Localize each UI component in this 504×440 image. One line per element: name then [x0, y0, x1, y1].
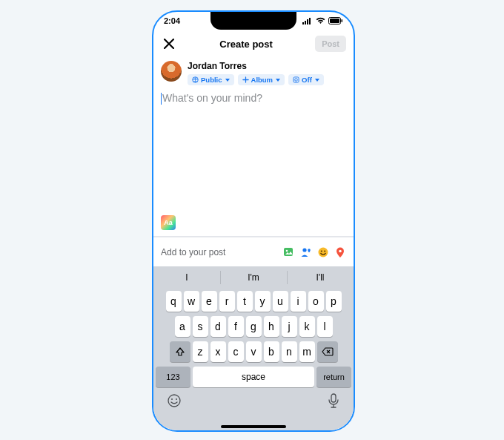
- svg-point-17: [339, 250, 342, 253]
- page-title: Create post: [219, 39, 273, 50]
- key-j[interactable]: j: [282, 316, 297, 337]
- suggestion[interactable]: I'll: [287, 266, 354, 289]
- signal-icon: [302, 17, 313, 24]
- key-row-2: a s d f g h j k l: [153, 314, 354, 339]
- key-z[interactable]: z: [193, 341, 208, 362]
- key-m[interactable]: m: [299, 341, 315, 362]
- navbar: Create post Post: [153, 30, 354, 58]
- key-p[interactable]: p: [326, 291, 342, 312]
- instagram-label: Off: [302, 76, 312, 84]
- background-picker[interactable]: Aa: [161, 215, 176, 230]
- chevron-down-icon: [276, 79, 280, 82]
- key-row-4: 123 space return: [153, 364, 354, 390]
- svg-point-9: [295, 79, 298, 82]
- svg-rect-2: [307, 19, 308, 24]
- return-key[interactable]: return: [316, 367, 351, 387]
- shift-icon: [175, 347, 185, 357]
- svg-point-20: [176, 398, 177, 400]
- svg-point-11: [286, 250, 288, 252]
- key-row-3: z x c v b n m: [153, 339, 354, 364]
- key-t[interactable]: t: [237, 291, 253, 312]
- key-l[interactable]: l: [317, 316, 333, 337]
- privacy-chips: Public Album Off: [188, 74, 324, 85]
- post-textarea[interactable]: What's on your mind?: [161, 91, 346, 105]
- key-n[interactable]: n: [282, 341, 297, 362]
- emoji-icon[interactable]: [167, 393, 182, 408]
- key-h[interactable]: h: [264, 316, 279, 337]
- key-f[interactable]: f: [228, 316, 244, 337]
- svg-rect-0: [302, 22, 304, 24]
- tag-people-icon[interactable]: [300, 246, 312, 258]
- svg-rect-1: [305, 21, 306, 24]
- chevron-down-icon: [225, 79, 230, 82]
- backspace-key[interactable]: [317, 341, 338, 362]
- post-button[interactable]: Post: [315, 36, 346, 52]
- key-r[interactable]: r: [219, 291, 235, 312]
- svg-rect-6: [342, 19, 343, 22]
- svg-point-16: [324, 250, 325, 252]
- close-button[interactable]: [161, 33, 177, 54]
- status-indicators: [302, 17, 343, 24]
- key-o[interactable]: o: [308, 291, 324, 312]
- key-k[interactable]: k: [299, 316, 315, 337]
- username: Jordan Torres: [188, 61, 324, 71]
- key-x[interactable]: x: [210, 341, 226, 362]
- backspace-icon: [322, 347, 334, 356]
- location-icon[interactable]: [334, 246, 346, 258]
- svg-rect-8: [294, 77, 299, 82]
- battery-icon: [328, 17, 343, 24]
- svg-rect-5: [330, 19, 339, 23]
- key-i[interactable]: i: [291, 291, 306, 312]
- key-s[interactable]: s: [193, 316, 208, 337]
- plus-icon: [242, 76, 249, 83]
- audience-label: Public: [201, 76, 222, 84]
- instagram-chip[interactable]: Off: [288, 74, 324, 85]
- svg-point-19: [171, 398, 173, 400]
- feeling-icon[interactable]: [317, 246, 329, 258]
- key-a[interactable]: a: [175, 316, 190, 337]
- add-to-post-row[interactable]: Add to your post: [153, 237, 354, 268]
- album-label: Album: [251, 76, 273, 84]
- textarea-placeholder: What's on your mind?: [162, 92, 262, 104]
- suggestion[interactable]: I'm: [220, 266, 287, 289]
- audience-chip[interactable]: Public: [188, 74, 234, 85]
- svg-point-12: [302, 248, 306, 252]
- svg-point-15: [321, 250, 322, 252]
- add-to-post-label: Add to your post: [161, 247, 225, 257]
- svg-rect-21: [331, 394, 336, 402]
- key-y[interactable]: y: [255, 291, 271, 312]
- key-g[interactable]: g: [246, 316, 262, 337]
- wifi-icon: [316, 17, 325, 24]
- avatar[interactable]: [161, 61, 182, 82]
- svg-point-14: [319, 248, 328, 257]
- key-v[interactable]: v: [246, 341, 262, 362]
- keyboard: I I'm I'll q w e r t y u i o p a s d f: [153, 266, 354, 430]
- suggestion[interactable]: I: [153, 266, 220, 289]
- close-icon: [164, 39, 174, 49]
- status-time: 2:04: [164, 16, 180, 25]
- key-b[interactable]: b: [264, 341, 279, 362]
- key-q[interactable]: q: [166, 291, 182, 312]
- home-indicator[interactable]: [221, 425, 286, 428]
- text-cursor: [161, 93, 162, 105]
- phone-frame: 2:04 Create post Post Jordan Torres: [152, 10, 355, 432]
- key-u[interactable]: u: [273, 291, 288, 312]
- album-chip[interactable]: Album: [238, 74, 285, 85]
- instagram-icon: [293, 76, 299, 83]
- svg-rect-3: [309, 18, 311, 24]
- shift-key[interactable]: [170, 341, 190, 362]
- mic-icon[interactable]: [327, 393, 340, 409]
- key-c[interactable]: c: [228, 341, 244, 362]
- keyboard-footer: [153, 390, 354, 413]
- key-e[interactable]: e: [202, 291, 217, 312]
- photo-icon[interactable]: [283, 246, 295, 258]
- key-w[interactable]: w: [184, 291, 199, 312]
- background-picker-label: Aa: [164, 219, 173, 226]
- numeric-key[interactable]: 123: [156, 367, 190, 387]
- svg-point-18: [168, 395, 180, 407]
- chevron-down-icon: [315, 79, 319, 82]
- globe-icon: [192, 76, 199, 83]
- space-key[interactable]: space: [193, 367, 314, 387]
- key-d[interactable]: d: [210, 316, 226, 337]
- svg-rect-10: [284, 248, 293, 256]
